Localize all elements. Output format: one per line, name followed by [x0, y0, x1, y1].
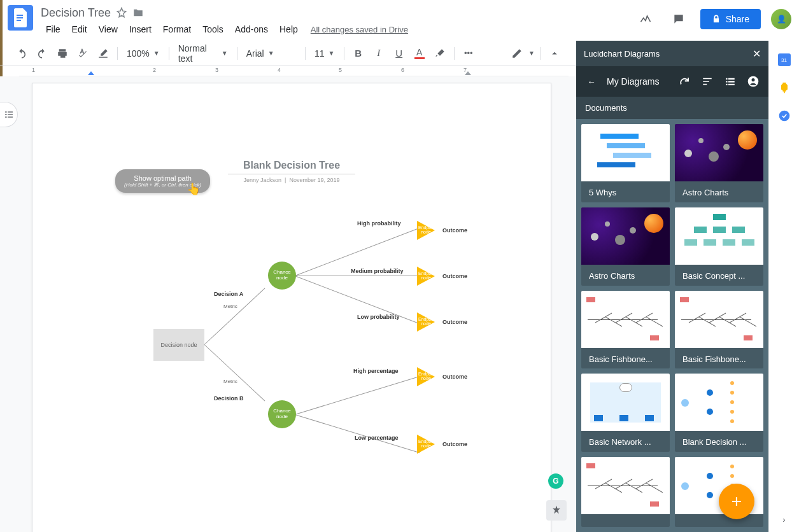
text-color-button[interactable]: A: [411, 45, 428, 62]
account-icon[interactable]: [746, 74, 761, 89]
toolbar: 100%▼ Normal text▼ Arial▼ 11▼ B I U A ••…: [0, 41, 576, 66]
more-toolbar-button[interactable]: •••: [460, 45, 477, 62]
menu-edit[interactable]: Edit: [67, 22, 92, 37]
svg-point-19: [752, 78, 755, 81]
highlight-button[interactable]: [431, 45, 449, 62]
template-card[interactable]: Basic Fishbone...: [675, 291, 763, 369]
refresh-icon[interactable]: [677, 74, 692, 89]
menu-help[interactable]: Help: [274, 22, 303, 37]
svg-rect-0: [17, 15, 23, 16]
template-card[interactable]: Basic Fishbone...: [581, 291, 670, 369]
endpoint-node: Endpoint node: [417, 312, 435, 332]
templates-grid: 5 WhysAstro ChartsAstro ChartsBasic Conc…: [576, 119, 768, 532]
svg-rect-3: [5, 111, 7, 112]
page[interactable]: Blank Decision Tree Jenny Jackson | Nove…: [32, 83, 551, 532]
template-title: Astro Charts: [581, 265, 670, 286]
lock-icon: [712, 15, 721, 24]
chance-node-a: Chance node: [268, 262, 296, 290]
redo-button[interactable]: [33, 45, 51, 62]
template-thumbnail: [581, 457, 670, 514]
svg-rect-1: [17, 17, 23, 18]
explore-button[interactable]: [546, 500, 567, 521]
font-size-select[interactable]: 11▼: [311, 45, 339, 62]
diagram-title: Blank Decision Tree: [228, 160, 355, 174]
template-thumbnail: [581, 374, 670, 431]
grammarly-badge[interactable]: G: [548, 473, 563, 489]
template-card[interactable]: Basic Network ...: [581, 374, 670, 452]
underline-button[interactable]: U: [390, 45, 408, 62]
outline-toggle[interactable]: [0, 102, 18, 127]
document-title[interactable]: Decision Tree: [41, 6, 111, 20]
share-button[interactable]: Share: [700, 9, 761, 29]
user-avatar[interactable]: 👤: [771, 9, 791, 29]
svg-rect-11: [703, 84, 707, 85]
font-select[interactable]: Arial▼: [243, 45, 300, 62]
diagram-header: Blank Decision Tree Jenny Jackson | Nove…: [228, 160, 355, 183]
menu-bar: File Edit View Insert Format Tools Add-o…: [41, 22, 634, 37]
svg-rect-6: [8, 114, 13, 115]
template-card[interactable]: Astro Charts: [675, 124, 763, 202]
template-title: [675, 514, 763, 527]
tasks-icon[interactable]: [778, 109, 791, 122]
editing-mode-button[interactable]: [508, 45, 526, 62]
undo-button[interactable]: [13, 45, 31, 62]
saved-status[interactable]: All changes saved in Drive: [311, 25, 408, 34]
star-icon[interactable]: [116, 7, 127, 18]
calendar-icon[interactable]: 31: [778, 53, 791, 66]
menu-file[interactable]: File: [41, 22, 66, 37]
activity-icon[interactable]: [634, 8, 657, 31]
template-title: Blank Decision ...: [675, 431, 763, 452]
svg-rect-15: [728, 81, 735, 82]
svg-rect-7: [5, 116, 7, 117]
chance-node-b: Chance node: [268, 400, 296, 428]
template-card[interactable]: Astro Charts: [581, 207, 670, 286]
back-button[interactable]: ←: [584, 74, 599, 89]
cursor-icon: 👆: [187, 182, 201, 196]
template-title: 5 Whys: [581, 181, 670, 202]
svg-rect-5: [5, 114, 7, 115]
right-rail: 31 ›: [768, 41, 799, 532]
lucidchart-sidebar: Lucidchart Diagrams ✕ ← My Diagrams Docu…: [576, 41, 768, 532]
menu-addons[interactable]: Add-ons: [230, 22, 273, 37]
template-card[interactable]: [581, 457, 670, 527]
bold-button[interactable]: B: [350, 45, 367, 62]
move-folder-icon[interactable]: [132, 7, 144, 18]
svg-rect-10: [703, 81, 709, 82]
menu-tools[interactable]: Tools: [197, 22, 229, 37]
ruler: 1 2 3 4 5 6 7: [19, 66, 569, 76]
template-title: [581, 514, 670, 527]
docs-logo-icon[interactable]: [8, 5, 33, 31]
indent-marker-left[interactable]: [88, 71, 94, 75]
show-side-panel-button[interactable]: ›: [782, 515, 785, 524]
close-sidebar-button[interactable]: ✕: [753, 48, 761, 60]
svg-rect-2: [17, 20, 21, 21]
spellcheck-button[interactable]: [74, 45, 92, 62]
template-card[interactable]: Blank Decision ...: [675, 374, 763, 452]
endpoint-node: Endpoint node: [417, 221, 435, 240]
menu-view[interactable]: View: [94, 22, 123, 37]
endpoint-node: Endpoint node: [417, 267, 435, 286]
header: Decision Tree File Edit View Insert Form…: [0, 0, 799, 41]
print-button[interactable]: [53, 45, 71, 62]
hide-menus-button[interactable]: [546, 45, 563, 62]
section-header: Documents: [576, 97, 768, 119]
menu-insert[interactable]: Insert: [124, 22, 157, 37]
italic-button[interactable]: I: [370, 45, 388, 62]
template-card[interactable]: 5 Whys: [581, 124, 670, 202]
menu-format[interactable]: Format: [158, 22, 196, 37]
share-label: Share: [726, 14, 749, 24]
comments-icon[interactable]: [667, 8, 690, 31]
zoom-select[interactable]: 100%▼: [123, 45, 164, 62]
sort-icon[interactable]: [700, 74, 715, 89]
template-card[interactable]: Basic Concept ...: [675, 207, 763, 286]
template-thumbnail: [675, 124, 763, 181]
svg-rect-14: [726, 81, 727, 82]
style-select[interactable]: Normal text▼: [174, 45, 232, 62]
template-thumbnail: [675, 207, 763, 265]
keep-icon[interactable]: [778, 81, 791, 94]
list-view-icon[interactable]: [723, 74, 738, 89]
add-diagram-fab[interactable]: +: [719, 484, 754, 519]
paint-format-button[interactable]: [94, 45, 112, 62]
template-title: Astro Charts: [675, 181, 763, 202]
decision-tree-diagram[interactable]: Decision node Chance node Chance node De…: [153, 211, 510, 478]
